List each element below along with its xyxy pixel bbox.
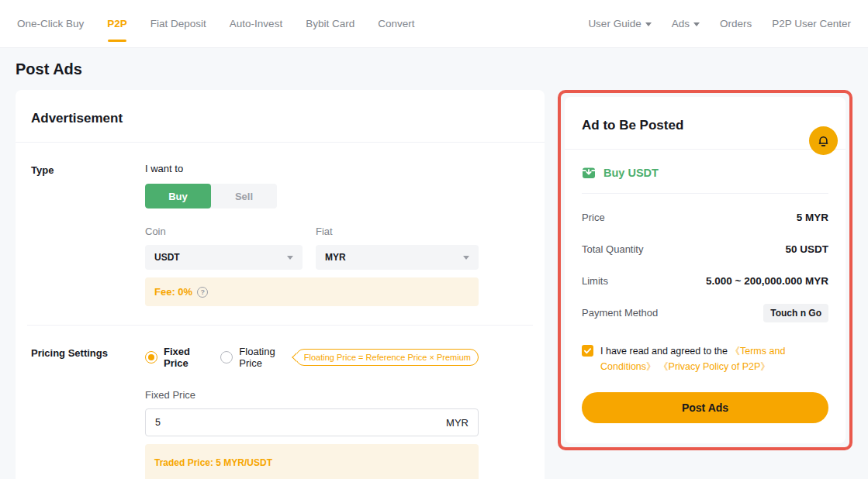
row-label: Price (582, 212, 605, 223)
sell-toggle-button[interactable]: Sell (211, 184, 277, 208)
type-label: Type (31, 163, 145, 306)
top-navigation: One-Click Buy P2P Fiat Deposit Auto-Inve… (0, 0, 868, 48)
nav-item-ads[interactable]: Ads (672, 18, 700, 29)
nav-item-one-click-buy[interactable]: One-Click Buy (17, 18, 84, 29)
pricing-settings-section: Pricing Settings Fixed Price Floating Pr… (16, 326, 545, 479)
chevron-down-icon (287, 256, 293, 260)
notification-bell-button[interactable] (809, 126, 838, 155)
fiat-column: Fiat MYR (316, 226, 479, 270)
bell-icon (816, 133, 831, 148)
nav-item-orders[interactable]: Orders (720, 18, 752, 29)
fixed-price-radio-label[interactable]: Fixed Price (164, 346, 206, 369)
side-label: Buy USDT (603, 167, 659, 179)
summary-row-limits: Limits 5.000 ~ 200,000.000 MYR (582, 265, 828, 297)
nav-item-bybit-card[interactable]: Bybit Card (306, 18, 354, 29)
page-body: Post Ads Advertisement Type I want to Bu… (0, 60, 868, 479)
price-info-box: Traded Price: 5 MYR/USDT Reference Price… (145, 444, 479, 479)
fiat-select-value: MYR (325, 252, 346, 263)
pricing-radio-row: Fixed Price Floating Price Floating Pric… (145, 346, 479, 369)
fixed-price-unit: MYR (446, 417, 469, 429)
buy-sell-toggle: Buy Sell (145, 184, 277, 208)
row-value: 5.000 ~ 200,000.000 MYR (706, 275, 828, 287)
chevron-down-icon (693, 22, 700, 26)
coin-select-value: USDT (154, 252, 180, 263)
ad-summary-card: Ad to Be Posted Buy USDT Pric (565, 97, 846, 443)
buy-deposit-icon (582, 166, 596, 180)
nav-item-convert[interactable]: Convert (378, 18, 414, 29)
floating-price-tooltip: Floating Price = Reference Price × Premi… (296, 349, 479, 366)
fiat-select[interactable]: MYR (316, 245, 479, 270)
row-label: Total Quantity (582, 243, 644, 255)
type-section: Type I want to Buy Sell Coin USDT (16, 143, 545, 306)
nav-item-label: User Guide (588, 18, 641, 29)
floating-price-radio[interactable] (220, 351, 233, 364)
agreement-checkbox[interactable] (582, 345, 593, 357)
fixed-price-input[interactable] (155, 417, 446, 428)
checkmark-icon (583, 346, 592, 355)
row-label: Payment Method (582, 307, 658, 319)
i-want-to-label: I want to (145, 163, 479, 174)
nav-right-group: User Guide Ads Orders P2P User Center (588, 18, 851, 29)
chevron-down-icon (645, 22, 652, 26)
nav-item-p2p-user-center[interactable]: P2P User Center (772, 18, 851, 29)
nav-item-fiat-deposit[interactable]: Fiat Deposit (150, 18, 206, 29)
nav-item-user-guide[interactable]: User Guide (588, 18, 651, 29)
summary-row-payment-method: Payment Method Touch n Go (582, 297, 828, 329)
side-row: Buy USDT (565, 150, 846, 193)
fixed-price-input-wrap: MYR (145, 408, 479, 436)
fixed-price-input-label: Fixed Price (145, 389, 479, 401)
summary-column: Ad to Be Posted Buy USDT Pric (558, 90, 852, 450)
row-label: Limits (582, 275, 608, 287)
content-columns: Advertisement Type I want to Buy Sell Co… (16, 90, 852, 479)
agreement-prefix: I have read and agreed to the (600, 346, 731, 357)
nav-left-group: One-Click Buy P2P Fiat Deposit Auto-Inve… (17, 18, 414, 29)
coin-column: Coin USDT (145, 226, 303, 270)
privacy-policy-link[interactable]: 《Privacy Policy of P2P》 (659, 361, 770, 372)
coin-select[interactable]: USDT (145, 245, 303, 270)
summary-row-price: Price 5 MYR (582, 202, 828, 233)
agreement-section: I have read and agreed to the 《Terms and… (565, 329, 846, 374)
coin-label: Coin (145, 226, 303, 237)
coin-fiat-row: Coin USDT Fiat MYR (145, 226, 479, 270)
summary-row-total-quantity: Total Quantity 50 USDT (582, 233, 828, 265)
fee-text: Fee: 0% (154, 286, 192, 298)
row-value: 5 MYR (797, 212, 828, 223)
advertisement-card: Advertisement Type I want to Buy Sell Co… (16, 90, 545, 479)
traded-price-text: Traded Price: 5 MYR/USDT (154, 457, 469, 468)
annotation-highlight-rectangle: Ad to Be Posted Buy USDT Pric (558, 90, 852, 450)
type-field: I want to Buy Sell Coin USDT (145, 163, 479, 306)
pricing-settings-field: Fixed Price Floating Price Floating Pric… (145, 346, 479, 479)
nav-item-p2p[interactable]: P2P (107, 18, 127, 29)
fee-banner: Fee: 0% ? (145, 277, 479, 306)
nav-item-auto-invest[interactable]: Auto-Invest (230, 18, 282, 29)
fiat-label: Fiat (316, 226, 479, 237)
chevron-down-icon (463, 256, 469, 260)
fixed-price-radio[interactable] (145, 351, 157, 364)
summary-rows: Price 5 MYR Total Quantity 50 USDT Limit… (565, 194, 846, 329)
row-value: 50 USDT (785, 243, 828, 255)
buy-toggle-button[interactable]: Buy (145, 184, 211, 208)
agreement-text: I have read and agreed to the 《Terms and… (600, 343, 828, 374)
help-icon[interactable]: ? (197, 287, 208, 298)
post-ads-button[interactable]: Post Ads (582, 392, 828, 423)
advertisement-card-title: Advertisement (16, 90, 545, 143)
payment-method-chip: Touch n Go (763, 304, 828, 322)
pricing-settings-label: Pricing Settings (31, 346, 145, 479)
floating-price-radio-label[interactable]: Floating Price (239, 346, 287, 369)
page-title: Post Ads (16, 60, 852, 78)
nav-item-label: Ads (672, 18, 690, 29)
summary-card-title: Ad to Be Posted (565, 97, 846, 150)
